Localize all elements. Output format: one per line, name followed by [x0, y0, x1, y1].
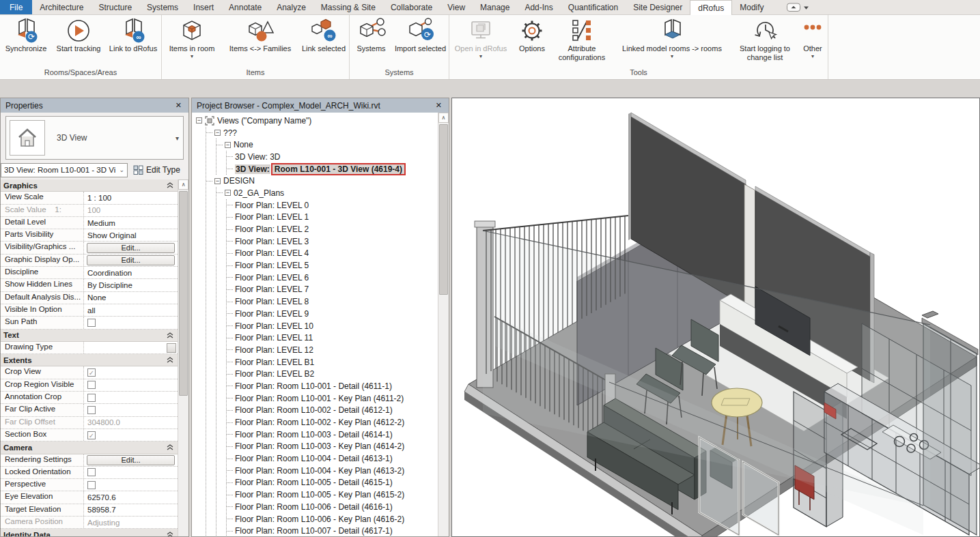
tree-item-floor-plan-level-1[interactable]: Floor Plan: LEVEL 1 — [227, 212, 438, 224]
tree-collapse-icon[interactable]: − — [214, 130, 221, 136]
property-section-header-identity-data[interactable]: Identity Data — [1, 529, 178, 536]
tree-item-floor-plan-room-l10-004-detail-4613-1[interactable]: Floor Plan: Room L10-004 - Detail (4613-… — [227, 452, 438, 465]
ribbon-tab-file[interactable]: File — [0, 0, 32, 14]
ribbon-tab-view[interactable]: View — [440, 0, 473, 14]
ribbon-tab-structure[interactable]: Structure — [91, 0, 139, 14]
checkbox-perspective[interactable] — [87, 481, 96, 489]
properties-scrollbar-thumb[interactable] — [179, 191, 188, 396]
tree-item-floor-plan-level-4[interactable]: Floor Plan: LEVEL 4 — [227, 248, 438, 260]
tree-item-floor-plan-level-9[interactable]: Floor Plan: LEVEL 9 — [227, 308, 438, 320]
tree-item-floor-plan-level-3[interactable]: Floor Plan: LEVEL 3 — [227, 235, 438, 248]
checkbox-annotation-crop[interactable] — [87, 394, 96, 402]
property-value[interactable]: 62570.6 — [85, 493, 116, 502]
property-value[interactable]: Show Original — [85, 231, 137, 240]
project-browser-scrollbar[interactable]: ∧ — [438, 113, 449, 536]
ribbon-tab-modify[interactable]: Modify — [732, 0, 771, 14]
property-value[interactable]: 304800.0 — [85, 418, 120, 426]
ribbon-button-link-selected[interactable]: ∞Link selected — [298, 16, 349, 53]
properties-close-icon[interactable]: ✕ — [173, 101, 184, 110]
ribbon-collapse-button[interactable] — [787, 0, 810, 14]
edit-type-button[interactable]: Edit Type — [133, 165, 180, 175]
tree-item-floor-plan-level-b2[interactable]: Floor Plan: LEVEL B2 — [227, 368, 438, 380]
checkbox-sun-path[interactable] — [87, 319, 96, 327]
tree-item-none[interactable]: −None — [216, 139, 438, 151]
tree-item-floor-plan-level-10[interactable]: Floor Plan: LEVEL 10 — [227, 320, 438, 332]
checkbox-section-box[interactable]: ✓ — [87, 431, 96, 439]
ribbon-tab-quantification[interactable]: Quantification — [561, 0, 626, 14]
ribbon-button-linked-model-rooms-rooms[interactable]: Linked model rooms -> rooms▾ — [612, 16, 732, 59]
tree-item-floor-plan-room-l10-001-detail-4611-1[interactable]: Floor Plan: Room L10-001 - Detail (4611-… — [227, 380, 438, 392]
tree-item-floor-plan-room-l10-005-detail-4615-1[interactable]: Floor Plan: Room L10-005 - Detail (4615-… — [227, 477, 438, 489]
tree-item-design[interactable]: −DESIGN — [206, 175, 438, 187]
ribbon-tab-analyze[interactable]: Analyze — [269, 0, 313, 14]
tree-item-floor-plan-level-12[interactable]: Floor Plan: LEVEL 12 — [227, 344, 438, 356]
project-browser-title-bar[interactable]: Project Browser - Complex_Model_ARCH_Wik… — [192, 98, 449, 113]
tree-item-floor-plan-level-0[interactable]: Floor Plan: LEVEL 0 — [227, 199, 438, 212]
collapse-section-icon[interactable] — [167, 532, 175, 536]
ribbon-button-import-selected[interactable]: ⟳Import selected — [393, 16, 449, 53]
tree-item-floor-plan-level-2[interactable]: Floor Plan: LEVEL 2 — [227, 223, 438, 235]
ribbon-tab-insert[interactable]: Insert — [186, 0, 221, 14]
ribbon-tab-collaborate[interactable]: Collaborate — [383, 0, 440, 14]
type-selector-chevron-down-icon[interactable]: ▾ — [176, 134, 179, 142]
tree-item-floor-plan-room-l10-004-key-plan-4613-2[interactable]: Floor Plan: Room L10-004 - Key Plan (461… — [227, 465, 438, 477]
project-browser-scrollbar-thumb[interactable] — [439, 124, 448, 295]
ribbon-tab-manage[interactable]: Manage — [473, 0, 517, 14]
property-value[interactable]: 58958.7 — [85, 506, 116, 514]
tree-item-floor-plan-room-l10-003-key-plan-4614-2[interactable]: Floor Plan: Room L10-003 - Key Plan (461… — [227, 441, 438, 453]
property-value[interactable]: all — [85, 306, 96, 315]
scroll-up-icon[interactable]: ∧ — [178, 179, 188, 190]
property-value[interactable]: None — [85, 293, 107, 302]
ribbon-tab-drofus[interactable]: dRofus — [690, 0, 732, 15]
checkbox-crop-region-visible[interactable] — [87, 381, 96, 389]
tree-item-floor-plan-level-8[interactable]: Floor Plan: LEVEL 8 — [227, 295, 438, 308]
tree-collapse-icon[interactable]: − — [196, 117, 202, 124]
property-value[interactable]: Medium — [85, 219, 115, 227]
ribbon-button-link-to-drofus[interactable]: ∞Link to dRofus — [105, 16, 161, 53]
ribbon-button-systems[interactable]: Systems — [350, 16, 393, 53]
scroll-up-icon[interactable]: ∧ — [438, 113, 449, 123]
tree-item-3d-view-room-l10-001-3d-view-4619-4[interactable]: 3D View: Room L10-001 - 3D View (4619-4) — [227, 163, 438, 175]
edit-button[interactable]: Edit... — [87, 255, 175, 265]
ribbon-button-start-logging-to-change-list[interactable]: Start logging to change list — [732, 16, 798, 61]
tree-item-3d-view-3d[interactable]: 3D View: 3D — [227, 151, 438, 163]
tree-item-02-ga-plans[interactable]: −02_GA_Plans — [216, 187, 438, 199]
property-value[interactable]: Coordination — [85, 269, 132, 277]
browse-button[interactable] — [167, 343, 176, 353]
edit-button[interactable]: Edit... — [87, 243, 175, 253]
ribbon-button-items-in-room[interactable]: Items in room▾ — [162, 16, 222, 59]
property-value[interactable]: 100 — [85, 206, 100, 214]
tree-item-floor-plan-room-l10-005-key-plan-4615-2[interactable]: Floor Plan: Room L10-005 - Key Plan (461… — [227, 489, 438, 501]
property-section-header-graphics[interactable]: Graphics — [1, 179, 178, 192]
checkbox-locked-orientation[interactable] — [87, 468, 96, 476]
ribbon-tab-annotate[interactable]: Annotate — [221, 0, 269, 14]
ribbon-button-other[interactable]: Other▾ — [798, 16, 828, 59]
properties-title-bar[interactable]: Properties ✕ — [1, 98, 188, 113]
drawing-area-3d-viewport[interactable] — [451, 98, 980, 537]
tree-item-floor-plan-room-l10-007-detail-4617-1[interactable]: Floor Plan: Room L10-007 - Detail (4617-… — [227, 525, 438, 536]
tree-item-floor-plan-level-6[interactable]: Floor Plan: LEVEL 6 — [227, 272, 438, 284]
tree-collapse-icon[interactable]: − — [214, 178, 221, 184]
collapse-section-icon[interactable] — [167, 332, 175, 338]
ribbon-tab-systems[interactable]: Systems — [139, 0, 186, 14]
checkbox-far-clip-active[interactable] — [87, 406, 96, 414]
property-section-header-text[interactable]: Text — [1, 330, 178, 342]
properties-scrollbar[interactable]: ∧ — [178, 179, 188, 536]
right-glass-wall[interactable] — [922, 311, 978, 535]
tree-item-views-company-name[interactable]: −Views ("Company Name") — [196, 115, 438, 127]
property-section-header-camera[interactable]: Camera — [1, 441, 178, 454]
property-section-header-extents[interactable]: Extents — [1, 354, 178, 366]
tree-item-floor-plan-room-l10-003-detail-4614-1[interactable]: Floor Plan: Room L10-003 - Detail (4614-… — [227, 429, 438, 441]
project-browser-close-icon[interactable]: ✕ — [434, 101, 444, 110]
tree-item-floor-plan-room-l10-002-key-plan-4612-2[interactable]: Floor Plan: Room L10-002 - Key Plan (461… — [227, 416, 438, 429]
ribbon-button-items-families[interactable]: Items <-> Families — [222, 16, 298, 53]
tree-item-floor-plan-room-l10-006-detail-4616-1[interactable]: Floor Plan: Room L10-006 - Detail (4616-… — [227, 501, 438, 513]
ribbon-button-synchronize[interactable]: ⟳Synchronize — [0, 16, 52, 53]
tree-item-floor-plan-room-l10-006-key-plan-4616-2[interactable]: Floor Plan: Room L10-006 - Key Plan (461… — [227, 513, 438, 525]
property-value[interactable]: By Discipline — [85, 281, 132, 289]
viewport-3d-scene[interactable] — [452, 98, 979, 536]
tree-item-floor-plan-level-7[interactable]: Floor Plan: LEVEL 7 — [227, 284, 438, 296]
ribbon-button-options[interactable]: Options — [512, 16, 552, 53]
edit-button[interactable]: Edit... — [87, 455, 175, 465]
property-value[interactable]: 1 : 100 — [85, 194, 111, 202]
